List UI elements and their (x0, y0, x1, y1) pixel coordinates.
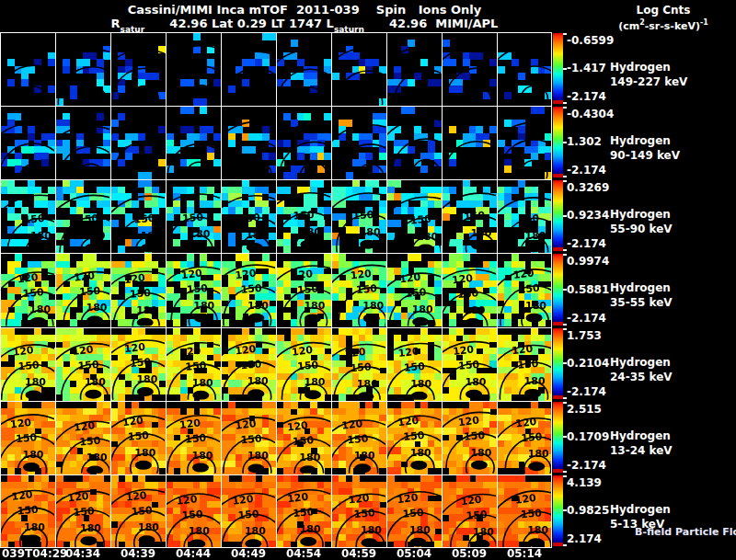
colorbar (553, 254, 563, 325)
species-energy-label: Hydrogen149-227 keV (610, 60, 687, 89)
coordinates-line: Rsatur 42.96 Lat 0.29 LT 1747 Lsaturn 42… (0, 17, 609, 30)
energy-range: 149-227 keV (610, 74, 687, 89)
time-axis: 039T04:2904:3404:3904:4404:4904:5404:590… (0, 547, 570, 560)
species-energy-label: Hydrogen13-24 keV (610, 429, 673, 458)
colorbar (553, 180, 563, 251)
scale-label-top: 0.3269 (567, 181, 622, 194)
species-energy-label: Hydrogen90-149 keV (610, 133, 680, 163)
species-name: Hydrogen (610, 207, 673, 222)
species-name: Hydrogen (610, 355, 673, 370)
scale-label-bottom: -2.174 (567, 312, 622, 325)
colorbar-legend-header: Log Cnts (cm2-sr-s-keV)-1 (594, 4, 732, 32)
species-name: Hydrogen (610, 133, 680, 148)
colorbar (553, 328, 563, 399)
species-energy-label: Hydrogen35-55 keV (610, 280, 673, 310)
scale-label-top: -0.6599 (567, 34, 622, 47)
r-label: R (111, 17, 121, 30)
time-tick-label: 05:04 (386, 547, 442, 560)
energy-range: 90-149 keV (610, 148, 680, 163)
time-tick-label: 05:09 (442, 547, 497, 560)
species-energy-label: Hydrogen55-90 keV (610, 207, 673, 236)
species-name: Hydrogen (610, 280, 673, 295)
sky-map-grid (0, 32, 552, 548)
scale-label-top: 4.139 (567, 476, 622, 489)
species-name: Hydrogen (610, 429, 673, 443)
time-tick-label: 05:14 (497, 547, 552, 560)
scale-label-top: 2.515 (567, 403, 622, 416)
energy-range: 24-35 keV (610, 370, 673, 384)
species-name: Hydrogen (610, 60, 687, 74)
colorbar (553, 402, 563, 473)
inca-display: Cassini/MIMI Inca mTOF 2011-039 Spin Ion… (0, 0, 736, 560)
energy-range: 35-55 keV (610, 295, 673, 310)
scale-label-bottom: 2.174 (567, 532, 622, 545)
species-name: Hydrogen (610, 502, 671, 517)
scale-label-top: 1.753 (567, 329, 622, 342)
lat-lt-values: 42.96 Lat 0.29 LT 1747 L (144, 17, 334, 30)
l-value-credit: 42.96 MIMI/APL (364, 17, 499, 30)
bfield-particle-flow-label: B-field Particle Flow (635, 526, 736, 538)
scale-label-top: 0.9974 (567, 255, 622, 268)
scale-label-bottom: -2.174 (567, 237, 622, 250)
page-title: Cassini/MIMI Inca mTOF 2011-039 Spin Ion… (0, 3, 609, 17)
colorbar (553, 33, 563, 104)
time-tick-label: 04:49 (221, 547, 276, 560)
species-energy-label: Hydrogen24-35 keV (610, 355, 673, 384)
legend-title: Log Cnts (594, 4, 732, 17)
time-tick-label: 04:59 (331, 547, 386, 560)
colorbar (553, 107, 563, 177)
energy-range: 55-90 keV (610, 222, 673, 236)
legend-units: (cm2-sr-s-keV)-1 (594, 18, 732, 32)
time-tick-label: 04:34 (55, 547, 110, 560)
time-tick-label: 039T04:29 (0, 547, 63, 560)
scale-label-bottom: -2.174 (567, 164, 622, 177)
time-tick-label: 04:39 (110, 547, 166, 560)
scale-label-bottom: -2.174 (567, 385, 622, 398)
time-tick-label: 04:44 (166, 547, 221, 560)
scale-label-bottom: -2.174 (567, 459, 622, 472)
time-tick-label: 04:54 (276, 547, 331, 560)
scale-label-top: -0.4304 (567, 108, 622, 120)
scale-label-bottom: -2.174 (567, 90, 622, 103)
energy-range: 13-24 keV (610, 443, 673, 458)
colorbar (553, 475, 563, 546)
